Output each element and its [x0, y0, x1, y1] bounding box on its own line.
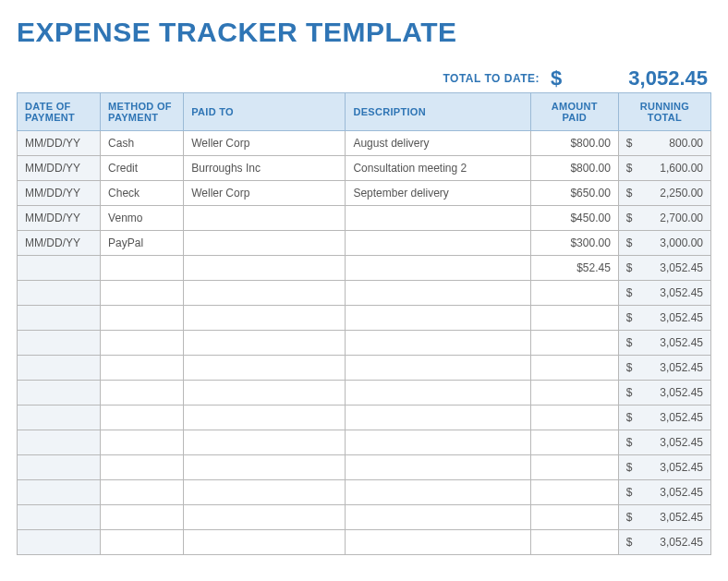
- running-value: 3,052.45: [660, 511, 703, 524]
- cell-method[interactable]: Venmo: [101, 206, 184, 231]
- cell-date[interactable]: [18, 505, 101, 530]
- cell-date[interactable]: [18, 331, 101, 356]
- cell-amount[interactable]: [530, 455, 618, 480]
- cell-date[interactable]: MM/DD/YY: [18, 181, 101, 206]
- cell-amount[interactable]: [530, 505, 618, 530]
- cell-method[interactable]: [101, 480, 184, 505]
- cell-description[interactable]: [346, 430, 530, 455]
- cell-amount[interactable]: [530, 530, 618, 555]
- cell-amount[interactable]: [530, 405, 618, 430]
- cell-description[interactable]: [346, 455, 530, 480]
- running-currency: $: [626, 536, 633, 549]
- cell-amount[interactable]: [530, 480, 618, 505]
- cell-description[interactable]: [346, 405, 530, 430]
- cell-paid-to[interactable]: [184, 356, 346, 381]
- cell-amount[interactable]: $800.00: [530, 131, 618, 156]
- cell-paid-to[interactable]: [184, 480, 346, 505]
- cell-amount[interactable]: $300.00: [530, 231, 618, 256]
- cell-method[interactable]: [101, 256, 184, 281]
- cell-date[interactable]: MM/DD/YY: [18, 156, 101, 181]
- cell-description[interactable]: [346, 231, 530, 256]
- cell-paid-to[interactable]: [184, 505, 346, 530]
- cell-date[interactable]: [18, 356, 101, 381]
- cell-method[interactable]: [101, 455, 184, 480]
- cell-date[interactable]: [18, 306, 101, 331]
- cell-paid-to[interactable]: Weller Corp: [184, 181, 346, 206]
- cell-description[interactable]: [346, 505, 530, 530]
- cell-method[interactable]: Check: [101, 181, 184, 206]
- cell-method[interactable]: Credit: [101, 156, 184, 181]
- cell-amount[interactable]: [530, 306, 618, 331]
- cell-date[interactable]: MM/DD/YY: [18, 131, 101, 156]
- cell-date[interactable]: [18, 405, 101, 430]
- cell-paid-to[interactable]: [184, 281, 346, 306]
- cell-description[interactable]: September delivery: [346, 181, 530, 206]
- cell-amount[interactable]: [530, 281, 618, 306]
- cell-date[interactable]: MM/DD/YY: [18, 206, 101, 231]
- cell-method[interactable]: [101, 505, 184, 530]
- running-currency: $: [626, 411, 633, 424]
- cell-amount[interactable]: [530, 356, 618, 381]
- cell-paid-to[interactable]: [184, 206, 346, 231]
- cell-date[interactable]: [18, 281, 101, 306]
- table-row: MM/DD/YYCheckWeller CorpSeptember delive…: [18, 181, 711, 206]
- cell-method[interactable]: [101, 356, 184, 381]
- running-currency: $: [626, 386, 633, 399]
- table-row: $3,052.45: [18, 331, 711, 356]
- cell-description[interactable]: Consultation meeting 2: [346, 156, 530, 181]
- cell-description[interactable]: August delivery: [346, 131, 530, 156]
- cell-description[interactable]: [346, 306, 530, 331]
- cell-paid-to[interactable]: [184, 306, 346, 331]
- running-currency: $: [626, 236, 633, 249]
- cell-date[interactable]: [18, 381, 101, 405]
- cell-paid-to[interactable]: [184, 455, 346, 480]
- cell-amount[interactable]: $450.00: [530, 206, 618, 231]
- cell-method[interactable]: [101, 381, 184, 405]
- cell-description[interactable]: [346, 256, 530, 281]
- cell-paid-to[interactable]: [184, 381, 346, 405]
- cell-amount[interactable]: [530, 430, 618, 455]
- running-currency: $: [626, 311, 633, 324]
- cell-running-total: $3,052.45: [618, 256, 710, 281]
- cell-description[interactable]: [346, 356, 530, 381]
- cell-paid-to[interactable]: Burroughs Inc: [184, 156, 346, 181]
- cell-amount[interactable]: [530, 331, 618, 356]
- cell-paid-to[interactable]: [184, 405, 346, 430]
- cell-description[interactable]: [346, 381, 530, 405]
- cell-description[interactable]: [346, 281, 530, 306]
- cell-date[interactable]: [18, 256, 101, 281]
- cell-method[interactable]: [101, 331, 184, 356]
- cell-date[interactable]: [18, 430, 101, 455]
- cell-amount[interactable]: $650.00: [530, 181, 618, 206]
- cell-method[interactable]: [101, 306, 184, 331]
- expense-table: DATE OF PAYMENT METHOD OF PAYMENT PAID T…: [17, 92, 711, 555]
- cell-paid-to[interactable]: [184, 331, 346, 356]
- cell-description[interactable]: [346, 331, 530, 356]
- cell-running-total: $3,052.45: [618, 381, 710, 405]
- cell-amount[interactable]: [530, 381, 618, 405]
- cell-paid-to[interactable]: [184, 231, 346, 256]
- cell-description[interactable]: [346, 530, 530, 555]
- cell-amount[interactable]: $800.00: [530, 156, 618, 181]
- cell-running-total: $3,052.45: [618, 530, 710, 555]
- cell-method[interactable]: PayPal: [101, 231, 184, 256]
- cell-paid-to[interactable]: [184, 430, 346, 455]
- running-value: 800.00: [669, 137, 703, 150]
- cell-date[interactable]: [18, 480, 101, 505]
- cell-date[interactable]: [18, 455, 101, 480]
- cell-description[interactable]: [346, 480, 530, 505]
- cell-date[interactable]: MM/DD/YY: [18, 231, 101, 256]
- cell-paid-to[interactable]: [184, 530, 346, 555]
- table-header-row: DATE OF PAYMENT METHOD OF PAYMENT PAID T…: [18, 93, 711, 131]
- cell-method[interactable]: [101, 281, 184, 306]
- cell-paid-to[interactable]: Weller Corp: [184, 131, 346, 156]
- cell-method[interactable]: [101, 405, 184, 430]
- cell-running-total: $3,052.45: [618, 430, 710, 455]
- cell-amount[interactable]: $52.45: [530, 256, 618, 281]
- cell-description[interactable]: [346, 206, 530, 231]
- cell-paid-to[interactable]: [184, 256, 346, 281]
- cell-method[interactable]: Cash: [101, 131, 184, 156]
- cell-method[interactable]: [101, 530, 184, 555]
- cell-date[interactable]: [18, 530, 101, 555]
- cell-method[interactable]: [101, 430, 184, 455]
